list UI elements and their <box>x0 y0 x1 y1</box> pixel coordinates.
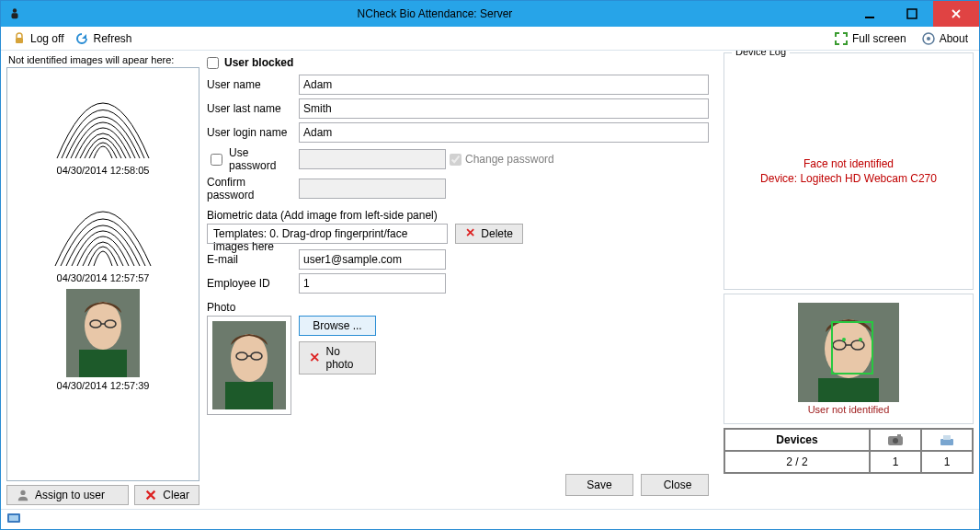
status-icon <box>6 512 21 527</box>
fullscreen-icon <box>834 31 849 46</box>
device-log-title: Device Log <box>732 51 790 57</box>
last-name-label: User last name <box>207 102 295 115</box>
user-blocked-label: User blocked <box>224 56 293 69</box>
detection-rectangle <box>831 321 873 374</box>
use-password-checkbox[interactable] <box>211 154 222 166</box>
unidentified-list[interactable]: 04/30/2014 12:58:05 04/30/2014 12:57:57 <box>6 67 199 481</box>
camera-count: 1 <box>870 451 921 473</box>
window-title: NCheck Bio Attendance: Server <box>21 7 849 20</box>
about-button[interactable]: About <box>917 29 972 48</box>
save-label: Save <box>587 478 611 491</box>
statusbar <box>1 509 979 529</box>
about-label: About <box>940 32 968 45</box>
x-icon <box>144 489 157 501</box>
assign-label: Assign to user <box>35 489 105 501</box>
change-password-checkbox <box>450 154 462 166</box>
close-label: Close <box>664 478 692 491</box>
svg-rect-33 <box>9 515 18 521</box>
svg-point-0 <box>13 8 17 12</box>
logoff-label: Log off <box>30 32 63 45</box>
fullscreen-button[interactable]: Full screen <box>830 29 910 48</box>
titlebar: NCheck Bio Attendance: Server <box>1 1 979 27</box>
list-item-caption: 04/30/2014 12:57:57 <box>57 269 150 283</box>
svg-rect-3 <box>907 9 917 18</box>
employee-id-label: Employee ID <box>207 277 295 290</box>
lock-icon <box>12 31 27 46</box>
scanner-count: 1 <box>921 451 973 473</box>
clear-button[interactable]: Clear <box>134 485 199 505</box>
svg-rect-26 <box>818 378 879 402</box>
svg-rect-19 <box>225 382 273 409</box>
use-password-label: Use password <box>229 146 295 172</box>
browse-label: Browse ... <box>313 319 361 332</box>
svg-rect-4 <box>16 38 23 43</box>
fullscreen-label: Full screen <box>852 32 906 45</box>
change-password-label: Change password <box>465 153 554 166</box>
svg-rect-31 <box>943 435 951 440</box>
password-input <box>299 149 446 169</box>
device-stats: Devices 2 / 2 1 1 <box>724 428 974 474</box>
devices-header: Devices <box>724 429 870 451</box>
log-line-2: Device: Logitech HD Webcam C270 <box>760 171 937 186</box>
svg-rect-1 <box>12 13 18 18</box>
confirm-password-input <box>299 179 446 199</box>
no-photo-label: No photo <box>326 345 367 371</box>
svg-point-28 <box>893 438 898 444</box>
assign-to-user-button[interactable]: Assign to user <box>6 485 129 505</box>
x-icon <box>309 351 321 364</box>
user-name-input[interactable] <box>299 75 709 95</box>
camera-preview: User not identified <box>724 294 974 424</box>
photo-preview <box>207 316 291 415</box>
last-name-input[interactable] <box>299 98 709 119</box>
close-button[interactable]: Close <box>641 474 709 496</box>
toolbar: Log off Refresh Full screen About <box>1 27 979 51</box>
close-window-button[interactable] <box>933 1 979 27</box>
photo-label: Photo <box>207 301 709 314</box>
list-item[interactable]: 04/30/2014 12:57:57 <box>39 181 167 283</box>
email-label: E-mail <box>207 253 295 266</box>
user-name-label: User name <box>207 78 295 91</box>
browse-button[interactable]: Browse ... <box>299 316 376 336</box>
svg-rect-30 <box>940 439 953 445</box>
app-icon <box>8 7 21 20</box>
x-icon <box>465 227 475 240</box>
employee-id-input[interactable] <box>299 273 446 294</box>
no-photo-button[interactable]: No photo <box>299 341 376 374</box>
refresh-button[interactable]: Refresh <box>71 29 135 48</box>
login-name-label: User login name <box>207 126 295 139</box>
user-icon <box>17 489 29 501</box>
list-item[interactable]: 04/30/2014 12:58:05 <box>39 74 167 176</box>
refresh-label: Refresh <box>93 32 131 45</box>
svg-rect-2 <box>865 17 874 18</box>
left-panel-header: Not identified images will apear here: <box>6 52 199 67</box>
svg-rect-29 <box>897 434 901 437</box>
svg-rect-12 <box>79 350 127 377</box>
about-icon <box>921 31 936 46</box>
maximize-button[interactable] <box>891 1 933 27</box>
fingerprint-icon <box>43 181 163 269</box>
list-item-caption: 04/30/2014 12:57:39 <box>57 376 150 391</box>
device-log-panel: Device Log Face not identified Device: L… <box>724 52 974 290</box>
login-name-input[interactable] <box>299 122 709 143</box>
email-input[interactable] <box>299 249 446 270</box>
biometric-label: Biometric data (Add image from left-side… <box>207 209 709 222</box>
face-thumbnail-icon <box>43 289 163 376</box>
delete-button[interactable]: Delete <box>455 224 523 244</box>
devices-value: 2 / 2 <box>724 451 870 473</box>
camera-icon <box>870 429 921 451</box>
biometric-dropzone[interactable]: Templates: 0. Drag-drop fingerprint/face… <box>207 224 448 244</box>
scanner-icon <box>921 429 973 451</box>
logoff-button[interactable]: Log off <box>8 29 67 48</box>
save-button[interactable]: Save <box>565 474 633 496</box>
fingerprint-icon <box>43 74 163 161</box>
user-blocked-checkbox[interactable] <box>207 57 219 69</box>
preview-status: User not identified <box>808 404 890 415</box>
list-item[interactable]: 04/30/2014 12:57:39 <box>39 289 167 391</box>
svg-point-13 <box>20 490 25 495</box>
confirm-password-label: Confirm password <box>207 176 295 202</box>
delete-label: Delete <box>481 227 513 240</box>
clear-label: Clear <box>163 489 189 501</box>
svg-point-6 <box>927 37 930 40</box>
log-line-1: Face not identified <box>760 156 937 171</box>
minimize-button[interactable] <box>849 1 891 27</box>
